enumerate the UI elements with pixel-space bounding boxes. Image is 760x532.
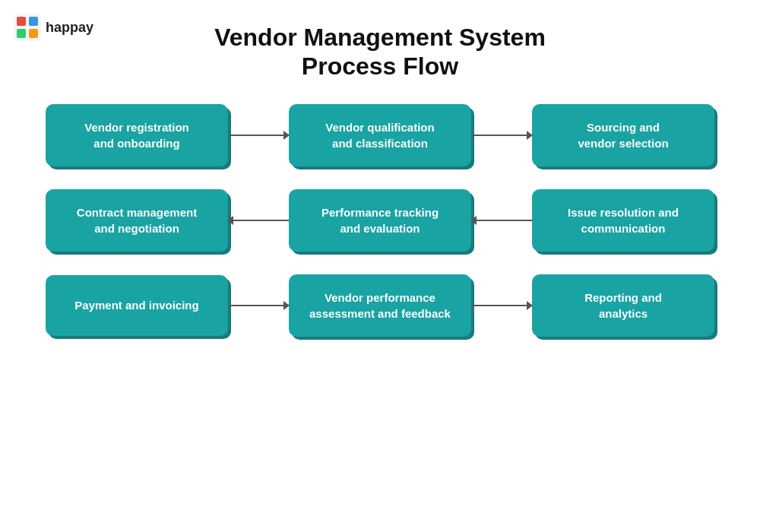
logo-text: happay [46,20,93,36]
page: happay Vendor Management System Process … [0,0,760,532]
box-reporting-analytics: Reporting andanalytics [532,274,714,337]
flow-row-3: Payment and invoicing Vendor performance… [38,274,722,337]
box-payment-invoicing: Payment and invoicing [46,275,228,336]
box-vendor-performance-assessment: Vendor performanceassessment and feedbac… [289,274,471,337]
flow-container: Vendor registrationand onboarding Vendor… [23,104,737,337]
arrow-8-9 [471,305,532,306]
box-vendor-registration: Vendor registrationand onboarding [46,104,228,166]
title-area: Vendor Management System Process Flow [23,15,737,81]
arrow-6-5 [471,220,532,221]
svg-rect-4 [29,29,38,38]
flow-row-2: Contract managementand negotiation Perfo… [38,189,722,252]
svg-rect-2 [29,17,38,26]
svg-rect-1 [17,17,26,26]
arrow-7-8 [228,305,289,306]
main-title: Vendor Management System Process Flow [23,23,737,81]
happay-logo-icon [14,14,41,41]
logo-area: happay [14,14,93,41]
box-vendor-qualification: Vendor qualificationand classification [289,104,471,166]
flow-row-1: Vendor registrationand onboarding Vendor… [38,104,722,166]
arrow-1-2 [228,135,289,136]
svg-rect-3 [17,29,26,38]
box-sourcing-vendor-selection: Sourcing andvendor selection [532,104,714,166]
arrow-2-3 [471,135,532,136]
box-performance-tracking: Performance trackingand evaluation [289,189,471,252]
box-contract-management: Contract managementand negotiation [46,189,228,252]
arrow-5-4 [228,220,289,221]
box-issue-resolution: Issue resolution andcommunication [532,189,714,252]
